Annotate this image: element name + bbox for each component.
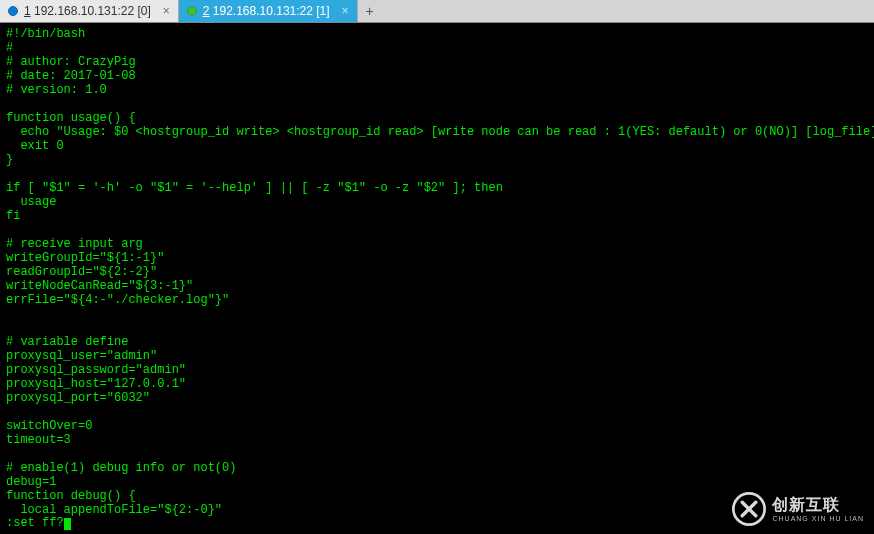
tab-status-icon <box>8 6 18 16</box>
tab-label: 1 192.168.10.131:22 [0] <box>24 4 151 18</box>
tab-label: 2 192.168.10.131:22 [1] <box>203 4 330 18</box>
tab-1[interactable]: 2 192.168.10.131:22 [1]× <box>179 0 358 22</box>
cursor-block <box>64 518 71 530</box>
tab-0[interactable]: 1 192.168.10.131:22 [0]× <box>0 0 179 22</box>
new-tab-button[interactable]: + <box>358 0 382 22</box>
tab-bar: 1 192.168.10.131:22 [0]×2 192.168.10.131… <box>0 0 874 23</box>
tab-status-icon <box>187 6 197 16</box>
terminal-content: #!/bin/bash # # author: CrazyPig # date:… <box>0 23 874 521</box>
close-icon[interactable]: × <box>342 4 349 18</box>
close-icon[interactable]: × <box>163 4 170 18</box>
vim-command-line[interactable]: :set ff? <box>6 516 71 530</box>
terminal[interactable]: #!/bin/bash # # author: CrazyPig # date:… <box>0 23 874 534</box>
